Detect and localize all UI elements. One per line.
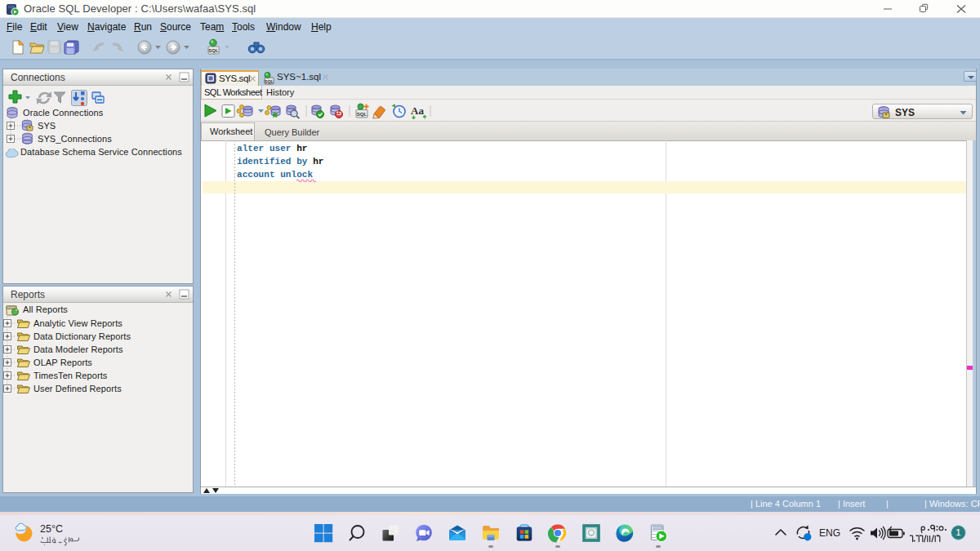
svg-text:SQL: SQL	[357, 112, 368, 117]
svg-text:SQL: SQL	[208, 48, 219, 53]
svg-text:Aa: Aa	[411, 104, 424, 117]
svg-text:SQL: SQL	[265, 79, 274, 84]
